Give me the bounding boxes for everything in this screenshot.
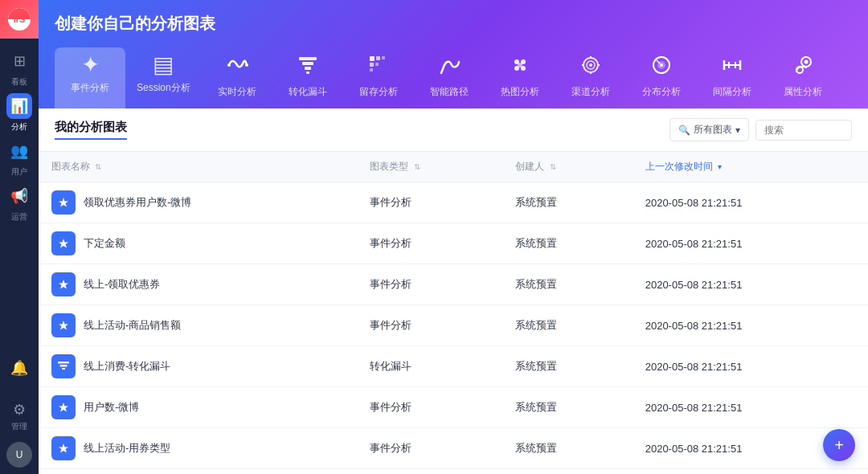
funnel-label: 转化漏斗 [289,85,327,99]
table-row[interactable]: 领取优惠券用户数-微博 事件分析 系统预置 2020-05-08 21:21:5… [39,182,868,223]
cell-time-5: 2020-05-08 21:21:51 [633,387,868,428]
table-row[interactable]: 线上活动-用券类型 事件分析 系统预置 2020-05-08 21:21:51 [39,428,868,469]
svg-point-34 [804,60,808,64]
chart-icon-6 [51,436,76,460]
table-row[interactable]: 线上消费-转化漏斗 转化漏斗 系统预置 2020-05-08 21:21:51 [39,346,868,387]
operations-icon: 📢 [10,187,28,205]
cell-creator-1: 系统预置 [502,223,632,264]
sidebar-label-kanban: 看板 [11,76,27,88]
sidebar-item-notification[interactable]: 🔔 [0,345,39,390]
sidebar-label-operations: 运营 [11,211,27,223]
cell-creator-4: 系统预置 [502,346,632,387]
kanban-icon: ⊞ [14,52,26,70]
sidebar-bottom: 🔔 ⚙ 管理 U [0,345,39,474]
users-icon-bg: 👥 [6,138,32,164]
users-icon: 👥 [10,142,28,160]
sidebar-label-analysis: 分析 [11,121,27,133]
cell-creator-6: 系统预置 [502,428,632,469]
chart-icon-2 [51,272,76,296]
table-row[interactable]: 下定金额 事件分析 系统预置 2020-05-08 21:21:51 [39,223,868,264]
avatar[interactable]: U [6,442,32,468]
cell-type-4: 转化漏斗 [357,346,502,387]
svg-point-16 [518,63,522,67]
svg-point-19 [589,63,592,67]
sort-icon-name: ⇅ [95,162,101,171]
header-right: 🔍 所有图表 ▾ [669,118,852,141]
settings-icon: ⚙ [13,401,26,419]
sidebar-item-analysis[interactable]: 📊 分析 [0,90,39,135]
cell-type-5: 事件分析 [357,387,502,428]
chart-name-text-6: 线上活动-用券类型 [84,441,170,456]
sidebar-item-settings[interactable]: ⚙ 管理 [0,394,39,439]
cell-creator-7: 系统预置 [502,469,632,475]
sidebar-label-users: 用户 [11,166,27,178]
top-section: 创建你自己的分析图表 ✦ 事件分析 ▤ Session分析 实时分析 [39,0,868,108]
chart-type-retention[interactable]: 留存分析 [343,47,414,108]
chart-name-text-0: 领取优惠券用户数-微博 [84,195,191,210]
chart-type-interval[interactable]: 间隔分析 [697,47,768,108]
retention-label: 留存分析 [359,85,398,99]
chart-icon-5 [51,395,76,419]
sidebar-label-settings: 管理 [11,421,27,432]
cell-type-3: 事件分析 [357,305,502,346]
table-row[interactable]: 线上活动-商品销售额 事件分析 系统预置 2020-05-08 21:21:51 [39,305,868,346]
chart-type-heatmap[interactable]: 热图分析 [485,47,555,108]
filter-dropdown[interactable]: 🔍 所有图表 ▾ [669,118,749,141]
svg-rect-38 [62,368,65,370]
sidebar: IrS ⊞ 看板 📊 分析 👥 用户 📢 运营 🔔 ⚙ 管理 [0,0,39,474]
interval-label: 间隔分析 [713,85,751,99]
main-content: 创建你自己的分析图表 ✦ 事件分析 ▤ Session分析 实时分析 [39,0,868,474]
attribute-icon [792,54,814,80]
chart-type-distribution[interactable]: 分布分析 [626,47,697,108]
chart-name-text-5: 用户数-微博 [84,400,139,415]
chevron-down-icon: ▾ [735,125,740,136]
table-row[interactable]: 用户数-微博 事件分析 系统预置 2020-05-08 21:21:51 [39,387,868,428]
cell-creator-2: 系统预置 [502,264,632,305]
chart-type-session[interactable]: ▤ Session分析 [125,47,202,108]
cell-time-2: 2020-05-08 21:21:51 [633,264,868,305]
cell-name-6: 线上活动-用券类型 [39,428,357,469]
search-icon: 🔍 [678,125,690,136]
table-row[interactable]: 线上-领取优惠券 事件分析 系统预置 2020-05-08 21:21:51 [39,264,868,305]
chart-type-attribute[interactable]: 属性分析 [768,47,838,108]
logo-icon: IrS [8,8,31,31]
chart-type-realtime[interactable]: 实时分析 [202,47,272,108]
analysis-icon: 📊 [10,97,28,115]
fab-button[interactable]: + [823,429,855,461]
svg-point-26 [660,63,663,67]
cell-type-6: 事件分析 [357,428,502,469]
content-area: 我的分析图表 🔍 所有图表 ▾ 图表名称 ⇅ [39,108,868,474]
cell-time-7: 2020-05-08 21:21:51 [633,469,868,475]
logo[interactable]: IrS [0,0,39,39]
channel-icon [579,54,602,80]
search-input[interactable] [755,120,852,141]
table-body: 领取优惠券用户数-微博 事件分析 系统预置 2020-05-08 21:21:5… [39,182,868,475]
cell-type-7: 事件分析 [357,469,502,475]
chart-types-bar: ✦ 事件分析 ▤ Session分析 实时分析 [55,47,852,108]
chart-type-smartpath[interactable]: 智能路径 [414,47,485,108]
heatmap-label: 热图分析 [501,85,539,99]
distribution-icon [650,54,673,80]
session-icon: ▤ [153,54,174,76]
interval-icon [721,54,743,80]
cell-name-2: 线上-领取优惠券 [39,264,357,305]
realtime-label: 实时分析 [218,85,256,99]
chart-type-event[interactable]: ✦ 事件分析 [55,47,125,108]
filter-label: 所有图表 [694,123,732,137]
svg-point-0 [227,63,231,67]
chart-name-text-3: 线上活动-商品销售额 [84,318,181,333]
table-container: 图表名称 ⇅ 图表类型 ⇅ 创建人 ⇅ 上一次修改时间 [39,152,868,474]
chart-name-text-4: 线上消费-转化漏斗 [84,359,170,374]
distribution-label: 分布分析 [642,85,681,99]
charts-table: 图表名称 ⇅ 图表类型 ⇅ 创建人 ⇅ 上一次修改时间 [39,152,868,474]
smartpath-icon [438,54,461,80]
chart-name-text-1: 下定金额 [84,236,125,251]
sidebar-item-users[interactable]: 👥 用户 [0,135,39,180]
chart-type-channel[interactable]: 渠道分析 [555,47,626,108]
chart-type-funnel[interactable]: 转化漏斗 [272,47,343,108]
sidebar-item-kanban[interactable]: ⊞ 看板 [0,45,39,90]
th-time: 上一次修改时间 ▾ [633,152,868,182]
sidebar-item-operations[interactable]: 📢 运营 [0,180,39,225]
cell-name-4: 线上消费-转化漏斗 [39,346,357,387]
table-row[interactable]: 线下消费-用券类型 事件分析 系统预置 2020-05-08 21:21:51 [39,469,868,475]
